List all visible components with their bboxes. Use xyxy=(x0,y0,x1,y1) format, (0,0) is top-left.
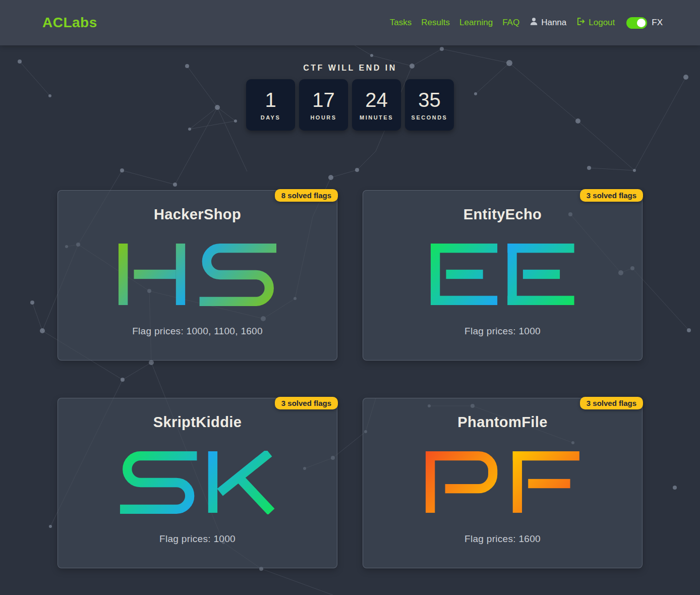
challenge-title: SkriptKiddie xyxy=(153,413,242,431)
logout-label: Logout xyxy=(589,18,615,28)
fx-toggle-group: FX xyxy=(626,17,663,29)
user-icon xyxy=(529,17,539,29)
logout-icon xyxy=(576,17,586,29)
nav-link-results[interactable]: Results xyxy=(421,18,450,28)
countdown-hours-label: HOURS xyxy=(310,114,336,121)
countdown-section: CTF WILL END IN 1 DAYS 17 HOURS 24 MINUT… xyxy=(0,64,700,131)
countdown-seconds-value: 35 xyxy=(418,90,441,110)
brand-logo[interactable]: ACLabs xyxy=(42,15,97,31)
nav-link-learning[interactable]: Learning xyxy=(459,18,493,28)
skriptkiddie-logo xyxy=(120,451,275,514)
solved-flags-badge: 8 solved flags xyxy=(275,189,338,202)
flag-prices: Flag prices: 1000 xyxy=(159,533,236,545)
flag-prices: Flag prices: 1000, 1100, 1600 xyxy=(132,326,263,337)
countdown-days-label: DAYS xyxy=(261,114,281,121)
logout-button[interactable]: Logout xyxy=(576,17,615,29)
phantomfile-logo xyxy=(425,451,580,514)
countdown-hours-value: 17 xyxy=(312,90,335,110)
solved-flags-badge: 3 solved flags xyxy=(580,189,643,202)
fx-toggle-label: FX xyxy=(652,18,663,28)
countdown-minutes-value: 24 xyxy=(365,90,388,110)
countdown-minutes-label: MINUTES xyxy=(360,114,393,121)
countdown-boxes: 1 DAYS 17 HOURS 24 MINUTES 35 SECONDS xyxy=(0,79,700,131)
countdown-heading: CTF WILL END IN xyxy=(0,64,700,73)
nav-menu: Tasks Results Learning FAQ Hanna Logout … xyxy=(390,17,663,29)
solved-flags-badge: 3 solved flags xyxy=(275,397,338,409)
challenge-card-hackershop[interactable]: 8 solved flags HackerShop xyxy=(57,190,337,361)
user-name: Hanna xyxy=(541,18,566,28)
user-menu[interactable]: Hanna xyxy=(529,17,566,29)
challenge-title: EntityEcho xyxy=(463,206,542,223)
fx-toggle-knob xyxy=(637,19,646,27)
countdown-days: 1 DAYS xyxy=(246,79,295,131)
countdown-seconds-label: SECONDS xyxy=(412,114,448,121)
solved-flags-badge: 3 solved flags xyxy=(580,397,643,409)
nav-link-tasks[interactable]: Tasks xyxy=(390,18,412,28)
challenge-title: HackerShop xyxy=(154,206,241,223)
challenge-card-entityecho[interactable]: 3 solved flags EntityEcho xyxy=(363,190,643,361)
flag-prices: Flag prices: 1600 xyxy=(464,533,541,545)
fx-toggle[interactable] xyxy=(626,17,647,29)
countdown-minutes: 24 MINUTES xyxy=(352,79,401,131)
challenge-card-skriptkiddie[interactable]: 3 solved flags SkriptKiddie xyxy=(57,398,337,568)
countdown-seconds: 35 SECONDS xyxy=(405,79,454,131)
challenge-grid: 8 solved flags HackerShop xyxy=(57,190,643,568)
hackershop-logo xyxy=(118,243,277,307)
flag-prices: Flag prices: 1000 xyxy=(464,326,541,337)
nav-link-faq[interactable]: FAQ xyxy=(502,18,519,28)
challenge-card-phantomfile[interactable]: 3 solved flags PhantomFile xyxy=(363,398,643,568)
navbar: ACLabs Tasks Results Learning FAQ Hanna … xyxy=(0,0,700,45)
countdown-days-value: 1 xyxy=(265,90,276,110)
challenge-title: PhantomFile xyxy=(457,413,547,431)
entityecho-logo xyxy=(430,243,575,307)
countdown-hours: 17 HOURS xyxy=(299,79,348,131)
